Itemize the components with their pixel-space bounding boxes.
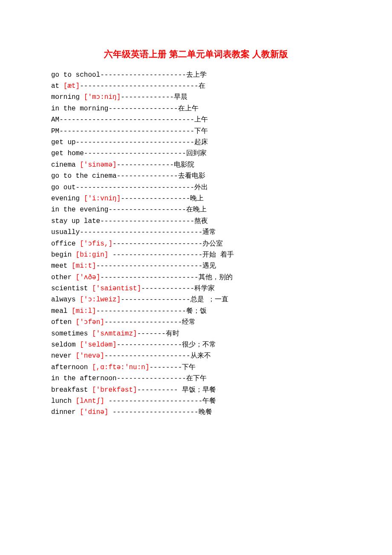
entry-translation: 科学家 <box>194 285 215 292</box>
entry-translation: 下午 <box>194 127 208 135</box>
entry-word: office <box>51 240 80 248</box>
entry-word: never <box>51 352 76 360</box>
entry-word: always <box>51 296 80 304</box>
entry-dashes: ----------------- <box>108 105 178 113</box>
entry-ipa: [bi:gin] <box>76 251 109 259</box>
entry-dashes: --------------------------------- <box>59 116 194 124</box>
entry-ipa: ['dinə] <box>80 408 108 416</box>
vocab-entry: seldom ['seldəm]----------------很少；不常 <box>51 339 341 350</box>
entry-ipa: ['sinəmə] <box>80 161 116 169</box>
entry-dashes: ------------------------- <box>84 150 186 157</box>
entry-ipa: ['ʌðə] <box>76 274 101 281</box>
entry-translation: 晚餐 <box>199 408 212 416</box>
document-page: 六年级英语上册 第二单元单词表教案 人教新版 go to school-----… <box>0 0 392 555</box>
entry-word: at <box>51 82 63 90</box>
entry-dashes: ---------- <box>137 386 182 394</box>
entry-ipa: ['sʌmtaimz] <box>92 330 137 338</box>
entry-word: lunch <box>51 397 76 405</box>
entry-ipa: ['saiəntist] <box>92 285 141 292</box>
entry-word: PM <box>51 127 59 135</box>
entry-translation: 早饭；早餐 <box>182 386 216 394</box>
entry-translation: 去看电影 <box>178 172 205 180</box>
entry-word: get up <box>51 139 76 146</box>
vocab-entry: evening ['i:vniŋ]-----------------晚上 <box>51 193 341 204</box>
entry-ipa: [æt] <box>63 82 80 90</box>
entry-word: get home <box>51 150 84 157</box>
vocab-entry: lunch [lʌntʃ] -----------------------午餐 <box>51 396 341 407</box>
entry-dashes: ---------------------- <box>96 307 186 315</box>
entry-dashes: -------------- <box>117 161 174 169</box>
entry-translation: 总是 ；一直 <box>190 296 229 304</box>
entry-word: other <box>51 274 76 281</box>
entry-word: sometimes <box>51 330 92 338</box>
entry-translation: 午餐 <box>202 397 216 405</box>
entry-word: begin <box>51 251 76 259</box>
entry-dashes: ------------------------------ <box>80 228 202 236</box>
entry-dashes: ------------- <box>141 285 194 292</box>
vocab-entry: begin [bi:gin] ----------------------开始 … <box>51 249 341 260</box>
entry-translation: 遇见 <box>202 262 216 270</box>
vocab-entry: PM---------------------------------下午 <box>51 126 341 137</box>
entry-translation: 在上午 <box>178 105 199 113</box>
entry-translation: 在晚上 <box>186 206 207 214</box>
entry-word: meet <box>51 262 72 270</box>
vocab-entry: office ['ɔfis,]----------------------办公室 <box>51 238 341 249</box>
entry-translation: 餐；饭 <box>186 307 207 315</box>
entry-translation: 在 <box>199 82 205 90</box>
vocab-entry: sometimes ['sʌmtaimz]-------有时 <box>51 328 341 339</box>
entry-ipa: ['brekfəst] <box>92 386 137 394</box>
entry-ipa: [,ɑ:ftə:'nu:n] <box>92 364 149 371</box>
vocab-entry: go to school---------------------去上学 <box>51 69 341 81</box>
entry-ipa: [mi:l] <box>72 307 96 315</box>
entry-word: go to the cinema <box>51 172 117 180</box>
entry-dashes: ------------------- <box>108 206 186 214</box>
vocabulary-list: go to school---------------------去上学at [… <box>51 69 341 418</box>
vocab-entry: in the evening-------------------在晚上 <box>51 204 341 215</box>
vocab-entry: go to the cinema---------------去看电影 <box>51 171 341 182</box>
entry-ipa: ['mɔ:niŋ] <box>84 93 121 101</box>
entry-dashes: ----------------------------- <box>80 82 198 90</box>
vocab-entry: never ['nevə]---------------------从来不 <box>51 350 341 361</box>
entry-word: AM <box>51 116 59 124</box>
entry-ipa: ['ɔfis,] <box>80 240 112 248</box>
entry-word: go to school <box>51 71 100 79</box>
entry-word: usually <box>51 228 80 236</box>
entry-dashes: --------------------------------- <box>59 127 194 135</box>
entry-word: evening <box>51 195 84 202</box>
entry-ipa: [lʌntʃ] <box>76 397 104 405</box>
vocab-entry: usually------------------------------通常 <box>51 227 341 238</box>
entry-word: seldom <box>51 341 80 349</box>
vocab-entry: go out-----------------------------外出 <box>51 182 341 193</box>
entry-translation: 在下午 <box>186 375 207 382</box>
vocab-entry: cinema ['sinəmə]--------------电影院 <box>51 159 341 171</box>
entry-ipa: ['ɔ:lweiz] <box>80 296 121 304</box>
entry-ipa: [mi:t] <box>72 262 96 270</box>
entry-translation: 电影院 <box>174 161 194 169</box>
entry-translation: 外出 <box>194 184 208 191</box>
vocab-entry: breakfast ['brekfəst]---------- 早饭；早餐 <box>51 384 341 396</box>
entry-word: meal <box>51 307 72 315</box>
entry-translation: 开始 着手 <box>202 251 234 259</box>
vocab-entry: get up-----------------------------起床 <box>51 137 341 148</box>
vocab-entry: meet [mi:t]--------------------------遇见 <box>51 260 341 272</box>
entry-word: breakfast <box>51 386 92 394</box>
entry-translation: 很少；不常 <box>182 341 216 349</box>
vocab-entry: often ['ɔfən]-------------------经常 <box>51 317 341 328</box>
entry-translation: 熬夜 <box>194 217 208 225</box>
entry-dashes: ------------------- <box>104 318 182 326</box>
vocab-entry: in the morning-----------------在上午 <box>51 103 341 114</box>
entry-translation: 早晨 <box>174 93 187 101</box>
vocab-entry: morning ['mɔ:niŋ]-------------早晨 <box>51 92 341 103</box>
entry-dashes: -------- <box>150 364 182 371</box>
entry-ipa: ['seldəm] <box>80 341 116 349</box>
vocab-entry: dinner ['dinə] ---------------------晚餐 <box>51 407 341 418</box>
entry-translation: 晚上 <box>190 195 204 202</box>
entry-translation: 办公室 <box>202 240 223 248</box>
entry-dashes: ----------------------------- <box>76 139 194 146</box>
vocab-entry: in the afternoon-----------------在下午 <box>51 373 341 384</box>
entry-translation: 起床 <box>194 139 208 146</box>
entry-dashes: ----------------- <box>121 296 190 304</box>
entry-dashes: --------------------- <box>108 408 198 416</box>
entry-word: cinema <box>51 161 80 169</box>
entry-translation: 其他，别的 <box>199 274 233 281</box>
